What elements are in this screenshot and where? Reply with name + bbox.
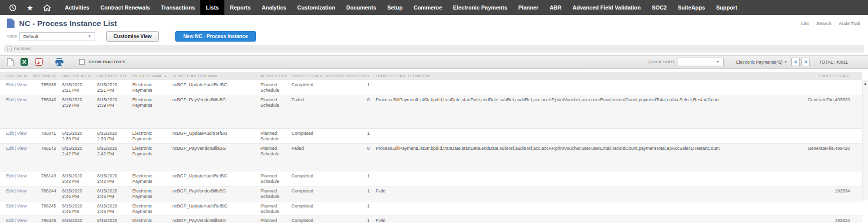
sort-asc-icon: ▲ [164,75,167,78]
history-icon[interactable] [9,4,17,12]
col-header-last-modified[interactable]: LAST MODIFIED [94,72,129,80]
cell-process-state: GenerateFile,499420 [787,143,862,171]
cell-edit-view: Edit|View [0,143,30,171]
view-link[interactable]: View [17,97,27,102]
nav-item-analytics[interactable]: Analytics [256,0,292,15]
view-select[interactable]: Default ▼ [19,32,95,41]
col-header-process-status[interactable]: PROCESS STATUS [288,72,323,80]
nav-item-support[interactable]: Support [711,0,743,15]
next-page-button[interactable]: > [801,58,810,66]
edit-link[interactable]: Edit [6,146,14,151]
cell-process-status: Completed [288,216,323,223]
new-process-instance-button[interactable]: New NC - Process Instance [175,31,256,42]
toolbar-separator [71,58,71,67]
nav-item-setup[interactable]: Setup [382,0,408,15]
cell-internal-id: 786041 [30,128,59,143]
cell-state-definition [373,201,787,216]
cell-edit-view: Edit|View [0,80,30,95]
cell-records-processed: 1 [323,128,373,143]
col-header-process-state[interactable]: PROCESS STATE [787,72,862,80]
nav-item-suiteapps[interactable]: SuiteApps [672,0,710,15]
cell-internal-id: 786143 [30,171,59,186]
cell-script-function: ncBGP_UpdateAuditRefBG [169,80,257,95]
audit-trail-link[interactable]: Audit Trail [839,21,860,26]
cell-records-processed: 1 [323,186,373,201]
view-select-value: Default [23,34,38,39]
star-icon[interactable]: ★ [27,4,33,12]
cell-script-function: ncBGP_PayVendorBillsBG [169,216,257,223]
cell-process-status: Completed [288,201,323,216]
col-header-process-name[interactable]: PROCESS NAME▲ [129,72,169,80]
export-csv-icon[interactable] [7,58,14,66]
table-row: Edit|View 786245 6/15/2020 2:45 PM 6/15/… [0,201,862,216]
link-separator: | [15,146,16,151]
nav-item-abr[interactable]: ABR [544,0,567,15]
vertical-scrollbar[interactable]: ▲ [862,80,868,200]
filters-bar[interactable]: + FILTERS [4,45,864,53]
cell-process-name: Electronic Payments [129,201,169,216]
col-header-date-created[interactable]: DATE CREATED [59,72,94,80]
table-row: Edit|View 786041 6/15/2020 2:39 PM 6/15/… [0,128,862,143]
edit-link[interactable]: Edit [6,82,14,87]
view-link[interactable]: View [17,203,27,208]
list-link[interactable]: List [801,21,809,26]
edit-link[interactable]: Edit [6,173,14,178]
export-pdf-icon[interactable] [35,58,43,66]
col-header-state-definition[interactable]: PROCESS STATE DEFINITION [373,72,787,80]
nav-item-contract-renewals[interactable]: Contract Renewals [95,0,155,15]
nav-item-electronic-payments[interactable]: Electronic Payments [448,0,513,15]
quick-sort-select[interactable]: ▼ [678,58,724,66]
cell-script-function: ncBGP_UpdateAuditRefBG [169,201,257,216]
view-link[interactable]: View [17,173,27,178]
col-header-records-processed[interactable]: RECORDS PROCESSED [323,72,373,80]
cell-internal-id: 786244 [30,186,59,201]
total-count: TOTAL: 40811 [819,60,848,65]
cell-state-definition [373,80,787,95]
cell-process-state: 192634 [787,216,862,223]
customise-view-button[interactable]: Customise View [106,31,159,42]
cell-edit-view: Edit|View [0,201,30,216]
toolbar-divider [730,58,730,67]
toolbar-separator [50,58,50,67]
nav-item-activities[interactable]: Activities [59,0,95,15]
expand-filters-icon[interactable]: + [7,47,12,51]
scroll-up-icon[interactable]: ▲ [862,80,868,85]
edit-link[interactable]: Edit [6,218,14,223]
nav-item-lists[interactable]: Lists [200,0,224,15]
view-link[interactable]: View [17,131,27,136]
cell-process-status: Completed [288,128,323,143]
segment-select[interactable]: Electronic Payments(45) ▾ [736,60,787,65]
cell-activity-type: Planned Schedule [257,171,288,186]
cell-activity-type: Planned Schedule [257,128,288,143]
view-link[interactable]: View [17,82,27,87]
home-icon[interactable] [43,4,51,12]
nav-item-commerce[interactable]: Commerce [408,0,448,15]
print-icon[interactable] [55,58,64,66]
col-header-internal-id[interactable]: INTERNAL ID [30,72,59,80]
prev-page-button[interactable]: < [791,58,800,66]
cell-process-state [787,201,862,216]
col-header-activity-type[interactable]: ACTIVITY TYPE [257,72,288,80]
nav-item-soc2[interactable]: SOC2 [646,0,672,15]
col-header-script-function[interactable]: SCRIPT FUNCTION NAME [169,72,257,80]
top-nav: ★ Activities Contract Renewals Transacti… [0,0,868,15]
nav-item-documents[interactable]: Documents [341,0,382,15]
show-inactives-checkbox[interactable] [79,59,85,65]
nav-item-planner[interactable]: Planner [513,0,544,15]
view-link[interactable]: View [17,188,27,193]
edit-link[interactable]: Edit [6,203,14,208]
search-link[interactable]: Search [816,21,831,26]
quick-sort-label: QUICK SORT [648,60,675,64]
nav-item-reports[interactable]: Reports [224,0,256,15]
nav-item-advanced-field-validation[interactable]: Advanced Field Validation [567,0,646,15]
cell-state-definition: Field [373,186,787,201]
edit-link[interactable]: Edit [6,97,14,102]
view-link[interactable]: View [17,218,27,223]
col-header-edit-view[interactable]: EDIT | VIEW [0,72,30,80]
nav-item-transactions[interactable]: Transactions [155,0,200,15]
export-excel-icon[interactable] [21,58,28,66]
nav-item-customization[interactable]: Customization [292,0,341,15]
edit-link[interactable]: Edit [6,131,14,136]
view-link[interactable]: View [17,146,27,151]
edit-link[interactable]: Edit [6,188,14,193]
